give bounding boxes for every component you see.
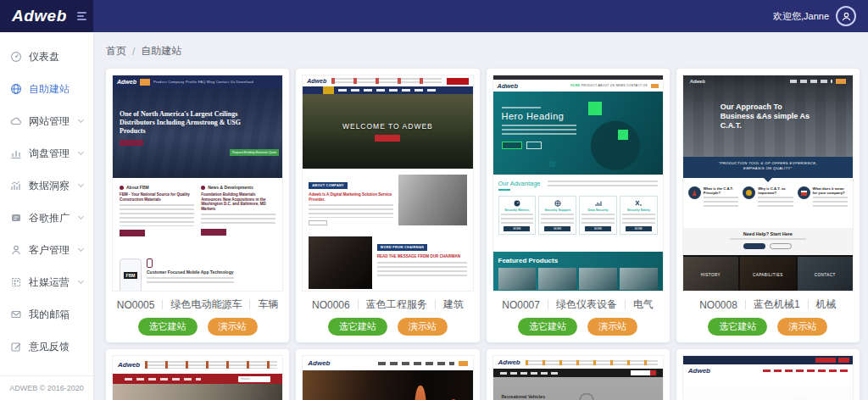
- mini-feature-title: Security Safety: [622, 208, 655, 212]
- mini-feature-title: Security Support: [541, 208, 574, 212]
- search-input[interactable]: [631, 370, 656, 375]
- mini-feature-title: Security Metrics: [501, 208, 534, 212]
- template-title: NO0007 绿色仪表设备 电气: [492, 297, 664, 312]
- demo-site-button[interactable]: 演示站: [777, 318, 827, 336]
- sidebar-item-dashboard[interactable]: 仪表盘: [0, 41, 93, 73]
- mini-read-button: [120, 230, 145, 236]
- mini-site-nav: Search...: [113, 374, 282, 384]
- grid-qr-icon: [10, 276, 22, 288]
- mini-section-title: News & Developments: [208, 185, 253, 190]
- site-thumbnail[interactable]: Adweb Search...: [112, 355, 283, 400]
- text-placeholder: [581, 214, 615, 224]
- mini-hero-title: WELCOME TO ADWEB: [342, 122, 433, 131]
- site-thumbnail[interactable]: Adweb GOING THE EXTRA MILE FOR YOUR HERI…: [682, 355, 854, 400]
- decor-square: [549, 161, 555, 167]
- choose-site-button[interactable]: 选它建站: [138, 318, 198, 336]
- template-name: 绿色仪表设备: [556, 297, 617, 312]
- x1-icon: [622, 199, 655, 207]
- sidebar-item-data-insight[interactable]: 数据洞察: [0, 169, 93, 202]
- divider: [808, 300, 809, 309]
- mini-hero-button: [375, 135, 400, 142]
- sidebar-item-site-management[interactable]: 网站管理: [0, 105, 93, 137]
- mini-nav-button: [836, 79, 846, 84]
- mini-site-header: Adweb Product Company Profile FAQ Blog C…: [113, 75, 282, 88]
- mini-site-nav: [303, 86, 472, 94]
- sidebar-item-social-media[interactable]: 社媒运营: [0, 266, 93, 298]
- gauge-icon: [501, 199, 534, 207]
- mini-site-header: Adweb: [493, 356, 663, 369]
- template-category: 电气: [633, 297, 654, 312]
- mini-site-logo: Adweb: [308, 359, 330, 367]
- mini-about-section: ABOUT COMPANY Adweb Is A Digital Marketi…: [303, 169, 472, 231]
- sidebar-item-customer-management[interactable]: 客户管理: [0, 234, 93, 266]
- text-placeholder: [201, 214, 275, 225]
- demo-site-button[interactable]: 演示站: [208, 318, 258, 336]
- template-card: Adweb Search...: [106, 349, 289, 400]
- template-card: Adweb We Develop The Fashion Brands Of T…: [296, 349, 479, 400]
- mini-site-logo: Adweb: [688, 367, 710, 375]
- site-thumbnail[interactable]: Adweb We Develop The Fashion Brands Of T…: [302, 355, 473, 400]
- sidebar-item-label: 自助建站: [29, 82, 70, 97]
- mini-label: Recreational Vehicles: [502, 394, 545, 399]
- mini-column: Why is C.A.T. so important?: [743, 186, 793, 228]
- site-thumbnail[interactable]: Adweb Recreational Vehicles Trailers Ind…: [492, 355, 664, 400]
- breadcrumb-home[interactable]: 首页: [106, 44, 126, 58]
- site-thumbnail[interactable]: Adweb WELCOME TO ADWEB ABOUT COMPANY Adw…: [302, 75, 473, 292]
- mini-site-logo: Adweb: [118, 361, 140, 369]
- user-avatar[interactable]: [836, 6, 856, 26]
- app-logo-box: Adweb: [0, 0, 93, 32]
- top-header: Adweb 欢迎您,Janne: [0, 0, 868, 32]
- mini-nav-links: PRODUCT ABOUT US NEWS CONTACT US: [581, 84, 648, 87]
- choose-site-button[interactable]: 选它建站: [328, 318, 387, 336]
- text-placeholder: [120, 204, 194, 226]
- mail-icon: [10, 308, 22, 320]
- divider: [625, 300, 626, 309]
- divider: [249, 300, 250, 309]
- sidebar-item-label: 社媒运营: [29, 275, 70, 290]
- mini-site-logo: Adweb: [690, 79, 705, 84]
- sidebar-item-inquiry-management[interactable]: 询盘管理: [0, 137, 93, 169]
- mini-hero-title: Hero Heading: [502, 111, 663, 121]
- sidebar-item-feedback[interactable]: 意见反馈: [0, 331, 93, 363]
- globe-icon: [541, 199, 574, 207]
- template-name: 蓝色机械1: [754, 297, 800, 312]
- mini-hero: Hero Heading: [493, 92, 663, 175]
- mini-hero: WELCOME TO ADWEB: [303, 94, 472, 169]
- ad-box-icon: [10, 212, 22, 224]
- mini-quote-button: Request Building Materials Quote: [230, 149, 279, 156]
- mini-nav-links: [500, 372, 559, 375]
- mini-site-nav: [493, 369, 663, 377]
- mini-contact-strip: [145, 361, 277, 369]
- site-thumbnail[interactable]: Adweb Product Company Profile FAQ Blog C…: [112, 75, 283, 292]
- sidebar-item-label: 我的邮箱: [29, 308, 70, 322]
- sidebar-toggle-icon[interactable]: [77, 12, 86, 20]
- mini-quote-text: "PRODUCTION TOOL & OP OFFERS EXPERIENCE,…: [709, 161, 827, 171]
- mini-primary-button: [743, 243, 765, 249]
- divider: [745, 300, 746, 309]
- mini-phone-mockup: FBM: [120, 258, 142, 292]
- sidebar-item-site-builder[interactable]: 自助建站: [0, 73, 93, 105]
- mini-site-logo: Adweb: [498, 358, 520, 366]
- demo-site-button[interactable]: 演示站: [587, 318, 637, 336]
- template-card: Adweb HOME PRODUCT ABOUT US NEWS CONTACT…: [487, 69, 670, 342]
- sidebar-footer-copyright: ADWEB © 2016-2020: [0, 375, 93, 400]
- mini-enquiry-button: [447, 78, 469, 85]
- site-thumbnail[interactable]: Adweb HOME PRODUCT ABOUT US NEWS CONTACT…: [492, 75, 664, 292]
- bullet-icon: [120, 186, 124, 190]
- template-card: Adweb Our Approach To Business &As simpl…: [676, 69, 860, 342]
- site-thumbnail[interactable]: Adweb Our Approach To Business &As simpl…: [682, 75, 854, 292]
- demo-site-button[interactable]: 演示站: [398, 318, 448, 336]
- mini-hero-title: Our Approach To Business &As simple As C…: [721, 103, 815, 131]
- chevron-down-icon: [78, 181, 84, 187]
- choose-site-button[interactable]: 选它建站: [518, 318, 577, 336]
- cloud-site-icon: [10, 115, 22, 127]
- template-card: Adweb Recreational Vehicles Trailers Ind…: [487, 349, 670, 400]
- choose-site-button[interactable]: 选它建站: [708, 318, 767, 336]
- mini-site-nav: Product Company Profile FAQ Blog Contact…: [153, 80, 253, 84]
- sidebar-item-my-mailbox[interactable]: 我的邮箱: [0, 298, 93, 331]
- sidebar-item-label: 网站管理: [29, 114, 70, 129]
- template-no: NO0005: [117, 299, 155, 311]
- search-input[interactable]: Search...: [238, 376, 270, 382]
- sidebar-item-google-ads[interactable]: 谷歌推广: [0, 202, 93, 234]
- mini-product-photo: [538, 268, 576, 290]
